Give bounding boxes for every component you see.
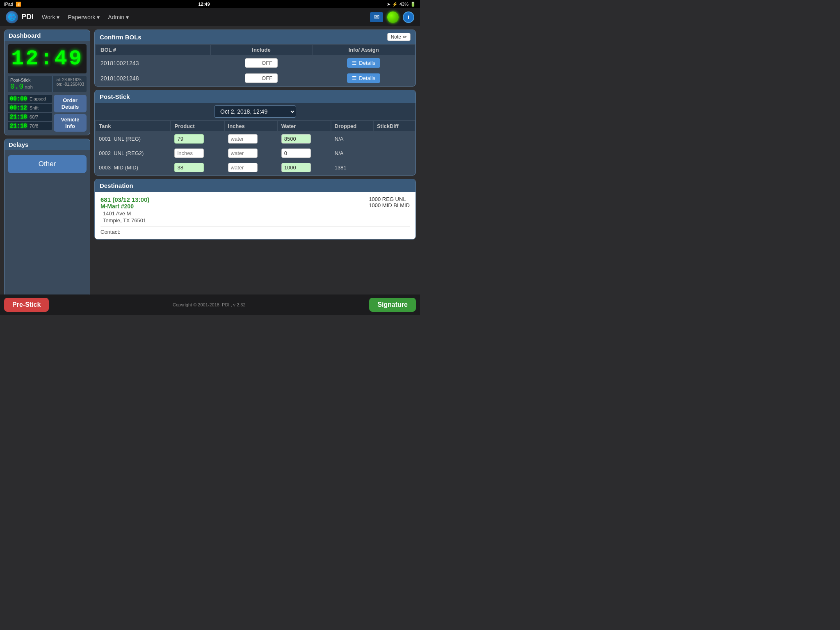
bol-toggle-1: OFF: [211, 56, 312, 70]
pre-stick-button[interactable]: Pre-Stick: [4, 298, 49, 312]
nav-right: ✉ i: [370, 11, 414, 23]
assign-col-header: Info/ Assign: [313, 45, 415, 55]
dashboard-card: Dashboard 12:49 Post-Stick 0.0 mph lat:: [4, 30, 90, 135]
tank-row-2: 0002 UNL (REG2) N/A: [96, 146, 415, 160]
stickdiff-col-header: StickDiff: [374, 121, 415, 131]
info-icon[interactable]: i: [403, 11, 414, 23]
tank-dropped-2: [278, 146, 331, 160]
dashboard-header: Dashboard: [5, 30, 90, 41]
status-green-icon: [387, 11, 399, 23]
destination-store-name: M-Mart #200: [100, 203, 149, 210]
tank-inches-1: [171, 132, 224, 146]
nav-work[interactable]: Work ▾: [42, 14, 59, 21]
tank-inches-2: [171, 146, 224, 160]
bol-number-2: 201810021248: [96, 71, 210, 85]
bol-col-header: BOL #: [96, 45, 210, 55]
delays-header: Delays: [5, 139, 90, 150]
other-button[interactable]: Other: [8, 155, 87, 173]
timer-buttons-row: 00:00 Elapsed 00:12 Shift 21:18 60/7 2: [8, 95, 87, 132]
timer-elapsed: 00:00 Elapsed: [8, 95, 52, 103]
status-bar: iPad 📶 12:49 ➤ ⚡ 43% 🔋: [0, 0, 420, 8]
order-details-button[interactable]: Order Details: [54, 95, 87, 112]
tank-table: Tank Product Inches Water Dropped StickD…: [95, 120, 415, 175]
action-btns: Order Details Vehicle Info: [54, 95, 87, 132]
water-input-3[interactable]: [228, 163, 258, 172]
post-stick-date-row: Oct 2, 2018, 12:49: [95, 103, 415, 120]
right-panel: Confirm BOLs Note ✏ BOL # Include Info/ …: [94, 30, 416, 297]
destination-cargo: 1000 REG UNL 1000 MID BLMID: [369, 196, 410, 208]
post-stick-card: Post-Stick Oct 2, 2018, 12:49 Tank Produ…: [94, 90, 416, 176]
footer-bar: Pre-Stick Copyright © 2001-2018, PDI , v…: [0, 294, 420, 315]
note-button[interactable]: Note ✏: [387, 33, 411, 41]
destination-card: Destination 681 (03/12 13:00) M-Mart #20…: [94, 179, 416, 240]
destination-divider: [100, 226, 410, 226]
status-time: 12:49: [198, 2, 210, 7]
dropped-input-1[interactable]: [281, 134, 311, 144]
delays-body: Other: [5, 150, 90, 176]
left-panel: Dashboard 12:49 Post-Stick 0.0 mph lat:: [4, 30, 90, 297]
toggle-off-button-1[interactable]: OFF: [245, 58, 278, 68]
battery-label: 43%: [399, 2, 409, 7]
device-label: iPad: [4, 2, 13, 7]
bol-row: 201810021248 OFF ☰ Details: [96, 71, 415, 85]
nav-admin[interactable]: Admin ▾: [108, 14, 129, 21]
water-input-1[interactable]: [228, 134, 258, 144]
toggle-off-button-2[interactable]: OFF: [245, 73, 278, 83]
destination-address1: 1401 Ave M: [100, 210, 149, 217]
nav-paperwork[interactable]: Paperwork ▾: [68, 14, 100, 21]
tank-row-1: 0001 UNL (REG) N/A: [96, 132, 415, 146]
dropped-input-3[interactable]: [281, 163, 311, 172]
tank-stickdiff-1: N/A: [331, 132, 373, 146]
speed-label: Post-Stick: [10, 78, 50, 82]
bol-row: 201810021243 OFF ☰ Details: [96, 56, 415, 70]
bol-details-2: ☰ Details: [313, 71, 415, 85]
bol-number-1: 201810021243: [96, 56, 210, 70]
water-input-2[interactable]: [228, 148, 258, 158]
include-col-header: Include: [211, 45, 312, 55]
speed-gps-row: Post-Stick 0.0 mph lat: 28.651625 lon:: [8, 76, 87, 92]
bol-details-1: ☰ Details: [313, 56, 415, 70]
tank-id-1: 0001 UNL (REG): [96, 132, 170, 146]
timer-shift: 00:12 Shift: [8, 104, 52, 112]
cargo-line-1: 1000 REG UNL: [369, 196, 410, 202]
destination-info-row: 681 (03/12 13:00) M-Mart #200 1401 Ave M…: [100, 196, 410, 224]
tank-id-2: 0002 UNL (REG2): [96, 146, 170, 160]
destination-left: 681 (03/12 13:00) M-Mart #200 1401 Ave M…: [100, 196, 149, 224]
tank-dropped-3: [278, 161, 331, 174]
vehicle-info-button[interactable]: Vehicle Info: [54, 114, 87, 132]
list-icon: ☰: [352, 75, 357, 81]
cargo-line-2: 1000 MID BLMID: [369, 202, 410, 208]
timers-col: 00:00 Elapsed 00:12 Shift 21:18 60/7 2: [8, 95, 52, 132]
lon-display: lon: -81.260403: [55, 82, 84, 87]
destination-address2: Temple, TX 76501: [100, 217, 149, 224]
app-name: PDI: [21, 13, 34, 21]
product-col-header: Product: [171, 121, 224, 131]
confirm-bols-header: Confirm BOLs Note ✏: [95, 30, 415, 44]
tank-water-2: [225, 146, 277, 160]
signature-button[interactable]: Signature: [369, 298, 416, 312]
dashboard-body: 12:49 Post-Stick 0.0 mph lat: 28.651625: [5, 41, 90, 135]
water-col-header: Water: [278, 121, 331, 131]
inches-input-1[interactable]: [174, 134, 204, 144]
inches-input-2[interactable]: [174, 148, 204, 158]
details-button-1[interactable]: ☰ Details: [347, 58, 380, 68]
dropped-input-2[interactable]: [281, 148, 311, 158]
chevron-down-icon: ▾: [97, 14, 100, 21]
tank-water-3: [225, 161, 277, 174]
status-left: iPad 📶: [4, 2, 21, 7]
post-stick-header: Post-Stick: [95, 90, 415, 103]
date-select[interactable]: Oct 2, 2018, 12:49: [214, 105, 296, 118]
details-button-2[interactable]: ☰ Details: [347, 73, 380, 83]
tank-row-3: 0003 MID (MID) 1381: [96, 161, 415, 174]
chevron-down-icon: ▾: [126, 14, 129, 21]
delays-card: Delays Other: [4, 139, 90, 297]
dropped-col-header: Dropped: [331, 121, 373, 131]
tank-id-3: 0003 MID (MID): [96, 161, 170, 174]
tank-stickdiff-2: N/A: [331, 146, 373, 160]
mail-icon[interactable]: ✉: [370, 12, 383, 22]
bol-table: BOL # Include Info/ Assign 201810021243 …: [95, 44, 415, 86]
inches-input-3[interactable]: [174, 163, 204, 172]
speed-value: 0.0 mph: [10, 82, 50, 91]
chevron-down-icon: ▾: [57, 14, 59, 21]
list-icon: ☰: [352, 60, 357, 66]
